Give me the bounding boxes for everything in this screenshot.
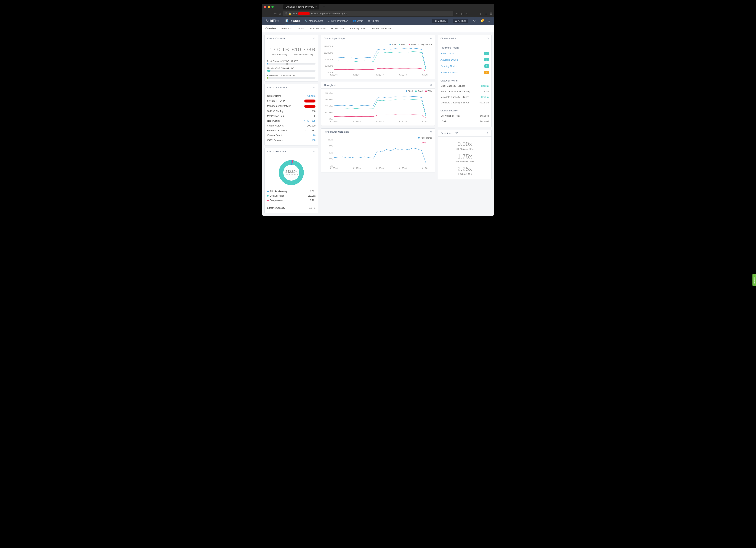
legend-dot — [267, 200, 269, 201]
effective-capacity-value: 2.1 PB — [309, 207, 315, 209]
reader-icon[interactable]: ▢ — [461, 12, 464, 15]
sec-row: LDAPDisabled — [441, 119, 489, 124]
svg-text:30%: 30% — [329, 158, 333, 160]
svg-text:01:16:48: 01:16:48 — [376, 74, 384, 76]
legend-dot-total — [406, 90, 407, 92]
minimize-window-icon[interactable] — [268, 6, 270, 8]
info-value[interactable]: 10 — [313, 134, 315, 137]
cap-health-row: Metadata Capacity until Full810.3 GB — [441, 100, 489, 105]
subnav-alerts[interactable]: Alerts — [297, 25, 304, 32]
tab-title: Onlanta | reporting-overview — [286, 6, 314, 8]
list-icon: ☰ — [455, 20, 457, 22]
info-value[interactable]: Onlanta — [307, 95, 315, 97]
hw-health-row: Available Drives0 — [441, 57, 489, 63]
traffic-lights — [264, 6, 274, 8]
subnav-fc[interactable]: FC Sessions — [331, 25, 345, 32]
subnav-event-log[interactable]: Event Log — [281, 25, 292, 32]
info-value: 306 — [312, 110, 315, 113]
settings-icon[interactable]: ⚙ — [473, 19, 476, 23]
legend-dot-read — [399, 44, 400, 45]
info-value[interactable]: 150 — [312, 139, 315, 142]
wrench-icon: 🔧 — [305, 20, 308, 22]
nav-reporting[interactable]: 📊Reporting — [285, 17, 300, 25]
card-title: Cluster Input/Output — [324, 37, 345, 40]
url-input[interactable]: ⓘ 🔒 https icluster/#/reporting/overview?… — [283, 11, 453, 16]
info-value: 200,000 — [307, 124, 315, 127]
browser-tab[interactable]: Onlanta | reporting-overview × — [283, 4, 319, 9]
brand[interactable]: SolidFire — [265, 19, 279, 23]
svg-text:59%: 59% — [329, 152, 333, 154]
api-log-button[interactable]: ☰API Log — [453, 19, 468, 23]
hamburger-icon[interactable]: ☰ — [488, 20, 491, 22]
refresh-icon[interactable]: ⟳ — [313, 37, 315, 40]
titlebar: Onlanta | reporting-overview × + — [262, 4, 494, 10]
hw-health-badge: 0 — [484, 64, 489, 68]
close-tab-icon[interactable]: × — [315, 6, 317, 8]
url-scheme: https — [292, 12, 297, 15]
redacted-value — [304, 100, 315, 102]
info-row: Volume Count10 — [267, 133, 315, 138]
home-icon[interactable]: ⌂ — [279, 12, 281, 15]
notifications-icon[interactable]: 🔔 — [480, 20, 483, 22]
svg-text:288 MB/s: 288 MB/s — [325, 105, 333, 107]
nav-management[interactable]: 🔧Management — [305, 17, 323, 25]
back-icon[interactable]: ← — [264, 12, 267, 15]
refresh-icon[interactable]: ⟳ — [430, 130, 432, 133]
info-value[interactable]: 4 - SF4805 — [304, 120, 315, 122]
svg-text:0 IOPS: 0 IOPS — [327, 71, 333, 73]
library-icon[interactable]: ⫼ — [479, 12, 482, 15]
refresh-icon[interactable]: ⟳ — [313, 86, 315, 89]
subnav-iscsi[interactable]: iSCSI Sessions — [309, 25, 326, 32]
nav-data-protection[interactable]: 🛡Data Protection — [328, 17, 348, 25]
forward-icon: → — [269, 12, 272, 15]
cap-health-row: Metadata Capacity FullnessHealthy — [441, 94, 489, 100]
refresh-icon[interactable]: ⟳ — [430, 84, 432, 86]
bookmark-icon[interactable]: ☆ — [466, 12, 469, 15]
urlbar: ← → ⟳ ⌂ ⓘ 🔒 https icluster/#/reporting/o… — [262, 10, 494, 17]
subnav: Overview Event Log Alerts iSCSI Sessions… — [262, 25, 494, 32]
hw-health-link[interactable]: Available Drives — [441, 58, 458, 61]
chart-io: 141k IOPS106k IOPS70k IOPS35k IOPS0 IOPS… — [321, 46, 435, 79]
iops-stat: 1.75x350k Maximum IOPs — [441, 152, 489, 164]
hw-health-row: Failed Drives0 — [441, 50, 489, 57]
maximize-window-icon[interactable] — [271, 6, 274, 8]
nav-users[interactable]: 👥Users — [353, 17, 363, 25]
hw-health-row: Hardware Alerts4 — [441, 69, 489, 76]
hw-health-link[interactable]: Pending Nodes — [441, 65, 457, 68]
card-cluster-efficiency: Cluster Efficiency⟳ 242.89x Overall Effi… — [264, 148, 318, 213]
refresh-icon[interactable]: ⟳ — [313, 150, 315, 153]
security-title: Cluster Security — [441, 107, 489, 113]
sidebar-icon[interactable]: ◫ — [485, 12, 487, 15]
subnav-tasks[interactable]: Running Tasks — [350, 25, 366, 32]
subnav-volperf[interactable]: Volume Performance — [371, 25, 393, 32]
redacted-value — [304, 105, 315, 108]
refresh-icon[interactable]: ⟳ — [487, 37, 489, 40]
info-row: Management IP (MVIP) — [267, 104, 315, 109]
card-prov-iops: Provisioned IOPs⟳ 0.00x500 Minimum IOPs1… — [438, 130, 492, 179]
hw-health-link[interactable]: Hardware Alerts — [441, 71, 458, 74]
hw-health-link[interactable]: Failed Drives — [441, 52, 455, 55]
shield-icon: 🛡 — [328, 20, 330, 22]
svg-text:106k IOPS: 106k IOPS — [324, 52, 333, 54]
legend-throughput: Total Read Write — [321, 89, 435, 92]
hw-health-badge: 0 — [484, 52, 489, 55]
reload-icon[interactable]: ⟳ — [274, 12, 277, 15]
legend-dot-perf — [418, 137, 420, 139]
svg-text:35k IOPS: 35k IOPS — [325, 65, 333, 67]
svg-text:242.89x: 242.89x — [285, 170, 297, 174]
nav-cluster[interactable]: ▦Cluster — [368, 17, 379, 25]
new-tab-icon[interactable]: + — [323, 5, 325, 9]
svg-text:100%: 100% — [421, 142, 426, 144]
legend-dot-total — [390, 44, 391, 45]
menu-icon[interactable]: ☰ — [490, 12, 492, 15]
refresh-icon[interactable]: ⟳ — [430, 37, 432, 40]
more-icon[interactable]: ⋯ — [456, 12, 459, 15]
legend-dot — [267, 191, 269, 192]
svg-text:01:09:04: 01:09:04 — [330, 74, 338, 76]
subnav-overview[interactable]: Overview — [265, 25, 276, 32]
iops-stat: 0.00x500 Minimum IOPs — [441, 139, 489, 152]
close-window-icon[interactable] — [264, 6, 266, 8]
tenant-pill[interactable]: ▦Onlanta — [432, 19, 448, 23]
refresh-icon[interactable]: ⟳ — [487, 132, 489, 134]
svg-text:01:24:33: 01:24:33 — [422, 167, 428, 169]
